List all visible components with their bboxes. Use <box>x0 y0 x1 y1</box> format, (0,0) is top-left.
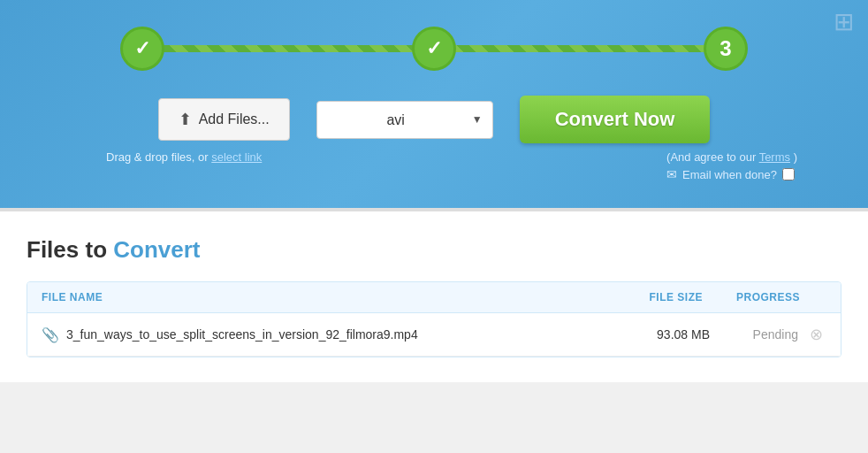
controls-row: ⬆ Add Files... avi mp4 mov mkv wmv ▼ Con… <box>53 96 815 143</box>
file-progress: Pending <box>710 327 798 342</box>
step-3-circle: 3 <box>704 27 748 71</box>
step-2-label: ✓ <box>426 37 442 60</box>
main-content: Files to Convert FILE NAME FILE SIZE PRO… <box>0 211 868 382</box>
table-row: 📎 3_fun_ways_to_use_split_screens_in_ver… <box>27 313 841 357</box>
step-2-circle: ✓ <box>412 27 456 71</box>
file-size: 93.08 MB <box>604 327 710 342</box>
files-heading: Files to Convert <box>27 236 841 264</box>
email-row: ✉ Email when done? <box>666 167 797 181</box>
convert-now-label: Convert Now <box>555 108 675 130</box>
email-icon: ✉ <box>666 167 677 181</box>
top-banner: ⊞ ✓ ✓ 3 ⬆ Add Files... avi mp4 mov mkv <box>0 0 868 211</box>
col-progress-header: PROGRESS <box>703 291 826 303</box>
drag-drop-static: Drag & drop files, or <box>106 150 209 164</box>
select-link[interactable]: select link <box>211 150 262 164</box>
steps-container: ✓ ✓ 3 <box>53 27 815 71</box>
format-select-wrapper: avi mp4 mov mkv wmv ▼ <box>316 101 493 139</box>
terms-text: (And agree to our Terms ) <box>666 150 797 164</box>
format-select[interactable]: avi mp4 mov mkv wmv <box>316 101 493 139</box>
step-1-label: ✓ <box>134 37 150 60</box>
table-header: FILE NAME FILE SIZE PROGRESS <box>27 282 841 313</box>
file-name: 3_fun_ways_to_use_split_screens_in_versi… <box>66 327 604 342</box>
col-filename-header: FILE NAME <box>42 291 597 303</box>
email-checkbox[interactable] <box>782 168 795 180</box>
col-filesize-header: FILE SIZE <box>597 291 703 303</box>
logo-corner: ⊞ <box>834 7 854 36</box>
files-table: FILE NAME FILE SIZE PROGRESS 📎 3_fun_way… <box>27 281 841 357</box>
add-files-button[interactable]: ⬆ Add Files... <box>158 98 290 141</box>
convert-now-button[interactable]: Convert Now <box>520 96 711 143</box>
right-info: (And agree to our Terms ) ✉ Email when d… <box>666 150 797 181</box>
add-files-label: Add Files... <box>199 111 270 127</box>
remove-file-button[interactable]: ⊗ <box>805 324 826 345</box>
upload-icon: ⬆ <box>179 110 192 129</box>
drag-drop-text: Drag & drop files, or select link <box>106 150 262 164</box>
drag-drop-row: Drag & drop files, or select link (And a… <box>53 150 815 181</box>
email-label: Email when done? <box>682 168 777 181</box>
files-heading-part2: Convert <box>113 236 200 263</box>
file-attachment-icon: 📎 <box>42 326 59 343</box>
terms-link[interactable]: Terms <box>759 150 790 164</box>
files-heading-part1: Files to <box>27 236 113 263</box>
step-1-circle: ✓ <box>120 27 164 71</box>
step-3-label: 3 <box>720 36 731 61</box>
